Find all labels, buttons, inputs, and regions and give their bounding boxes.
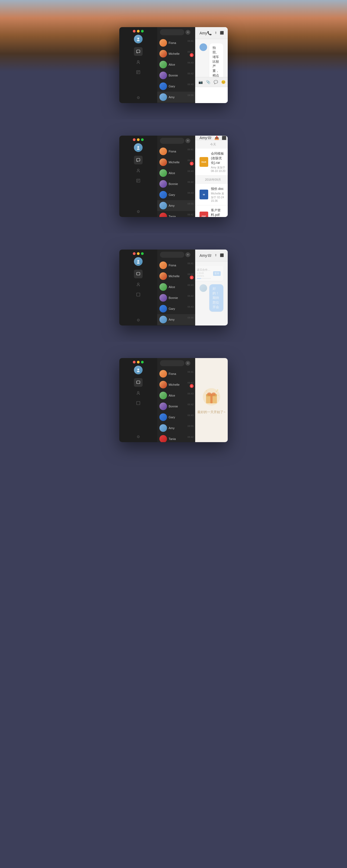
svg-point-39: [137, 392, 139, 393]
contact-item-michelle-4[interactable]: Michelle 06:42 1: [157, 379, 195, 390]
empty-text-4: 最好的一天开始了~: [197, 410, 225, 414]
contact-item-alice-2[interactable]: Alice 06:43: [157, 167, 195, 179]
contact-item-tania-1[interactable]: Tania 06:42: [157, 102, 195, 103]
compose-button-4[interactable]: +: [185, 361, 190, 366]
contact-time-michelle-2: 06:42: [187, 159, 194, 162]
chat-title-1: Amy: [199, 31, 207, 35]
contact-time-michelle-1: 06:42: [187, 51, 194, 53]
contact-item-tania-3[interactable]: Tania 06:42: [157, 325, 195, 326]
toolbar-attach-icon-1[interactable]: 📎: [206, 80, 210, 84]
contact-time-amy-2: 08:55: [187, 203, 194, 205]
traffic-lights-1: [130, 27, 147, 33]
call-icon-3[interactable]: ☎: [207, 253, 212, 258]
contact-item-tania-4[interactable]: Tania 06:42: [157, 433, 195, 442]
upload-icon-3[interactable]: ⬆: [215, 253, 217, 258]
contact-avatar-gary-1: [159, 83, 167, 90]
contact-item-alice-3[interactable]: Alice 06:43: [157, 282, 195, 292]
close-button-3[interactable]: [133, 252, 135, 255]
compose-button-1[interactable]: +: [185, 30, 190, 35]
contact-item-tania-2[interactable]: Tania 06:42: [157, 211, 195, 217]
maximize-button-2[interactable]: [141, 138, 144, 141]
toolbar-photo-icon-1[interactable]: 📷: [198, 80, 203, 84]
contact-item-gary-1[interactable]: Gary 06:43: [157, 81, 195, 92]
chat-input-1[interactable]: [195, 87, 228, 103]
search-bar-3[interactable]: [160, 252, 184, 258]
upload-icon-1[interactable]: ⬆: [215, 31, 217, 35]
settings-icon-3[interactable]: ⚙: [137, 318, 140, 326]
close-button-2[interactable]: [133, 138, 135, 141]
contacts-nav-icon-4[interactable]: [134, 389, 143, 397]
maximize-button-3[interactable]: [141, 252, 144, 255]
edit-nav-icon-1[interactable]: [134, 68, 143, 76]
contact-item-amy-3[interactable]: Amy 08:55: [157, 314, 195, 325]
toolbar-emoji-icon-1[interactable]: 😊: [221, 80, 226, 84]
minimize-button-4[interactable]: [137, 361, 139, 364]
svg-point-36: [137, 369, 139, 371]
maximize-button-1[interactable]: [141, 30, 144, 33]
file-list-item-rar-2[interactable]: RAR 会同模板(改版优化).rar Amy 发加于 08-10 10:20: [195, 149, 228, 176]
search-bar-2[interactable]: [160, 138, 184, 144]
contact-item-fiona-1[interactable]: Fiona 06:41: [157, 37, 195, 48]
user-avatar-2: [134, 143, 143, 152]
msg-bubble-received-1: 拍照、堵车比较严重，稍点到: [209, 43, 223, 77]
contacts-nav-icon-1[interactable]: [134, 58, 143, 66]
search-bar-1[interactable]: [160, 29, 184, 35]
contact-item-fiona-2[interactable]: Fiona 06:41: [157, 146, 195, 157]
contact-item-alice-1[interactable]: Alice 06:43: [157, 59, 195, 70]
settings-icon-4[interactable]: ⚙: [137, 435, 140, 442]
contacts-nav-icon-2[interactable]: [134, 166, 143, 175]
av-bonnie-3: [159, 294, 167, 302]
edit-nav-icon-3[interactable]: [134, 290, 143, 299]
contact-item-bonnie-4[interactable]: Bonnie 06:42: [157, 401, 195, 412]
window-icon-3[interactable]: ⬛: [220, 253, 224, 258]
contact-time-fiona-1: 06:41: [187, 40, 194, 42]
minimize-button-1[interactable]: [137, 30, 139, 33]
call-icon-2[interactable]: ☎: [207, 135, 212, 140]
upload-icon-2[interactable]: 📤: [215, 135, 219, 140]
contact-item-fiona-3[interactable]: Fiona 06:41: [157, 260, 195, 271]
traffic-lights-3: [130, 250, 147, 255]
contact-item-bonnie-3[interactable]: Bonnie 06:42: [157, 292, 195, 303]
file-list-item-doc-2[interactable]: W 报价.doc Michelle 发加于 02-24 15:36: [195, 184, 228, 205]
contact-item-gary-4[interactable]: Gary 06:43: [157, 412, 195, 423]
chat-nav-icon-3[interactable]: [134, 270, 143, 278]
contact-item-michelle-1[interactable]: Michelle 06:42 1: [157, 48, 195, 59]
close-button-4[interactable]: [133, 361, 135, 364]
file-list-item-pdf-2[interactable]: PDF 客户资料.pdf Amy 发加于 02-28 16:45: [195, 205, 228, 217]
contact-item-gary-2[interactable]: Gary 06:43: [157, 189, 195, 200]
compose-button-3[interactable]: +: [185, 252, 190, 257]
contact-item-alice-4[interactable]: Alice 06:43: [157, 390, 195, 401]
screen-icon-1[interactable]: ⬛: [220, 31, 224, 35]
minimize-button-2[interactable]: [137, 138, 139, 141]
chat-nav-icon-2[interactable]: [134, 156, 143, 164]
toolbar-chat-icon-1[interactable]: 💬: [214, 80, 218, 84]
traffic-lights-4: [130, 358, 147, 364]
compose-button-2[interactable]: +: [185, 138, 190, 143]
minimize-button-3[interactable]: [137, 252, 139, 255]
contact-item-michelle-2[interactable]: Michelle 06:42 1: [157, 157, 195, 167]
close-button-1[interactable]: [133, 30, 135, 33]
contact-item-gary-3[interactable]: Gary 06:43: [157, 303, 195, 314]
contacts-nav-icon-3[interactable]: [134, 280, 143, 289]
maximize-button-4[interactable]: [141, 361, 144, 364]
svg-point-40: [137, 394, 139, 395]
file-card-3: W 诺贝合作意向书案.doc 2.8MB 192k/s 暂存: [195, 266, 223, 281]
contact-item-amy-2[interactable]: Amy 08:55: [157, 200, 195, 211]
contact-item-amy-4[interactable]: Amy 08:55: [157, 423, 195, 433]
search-bar-4[interactable]: [160, 360, 184, 366]
edit-nav-icon-4[interactable]: [134, 399, 143, 407]
settings-icon-2[interactable]: ⚙: [137, 209, 140, 217]
edit-nav-icon-2[interactable]: [134, 176, 143, 185]
chat-nav-icon-4[interactable]: [134, 378, 143, 387]
window-icon-2[interactable]: ⬛: [222, 135, 226, 140]
fa-3[interactable]: 暂存: [213, 271, 221, 276]
contact-item-bonnie-1[interactable]: Bonnie 06:42: [157, 70, 195, 81]
contact-avatar-alice-1: [159, 61, 167, 68]
settings-icon-1[interactable]: ⚙: [137, 95, 140, 103]
contact-item-bonnie-2[interactable]: Bonnie 06:42: [157, 179, 195, 189]
contact-item-michelle-3[interactable]: Michelle 06:42 1: [157, 271, 195, 282]
contact-item-amy-1[interactable]: Amy 08:55: [157, 92, 195, 102]
chat-nav-icon-1[interactable]: [134, 47, 143, 56]
call-icon-1[interactable]: 📞: [207, 31, 212, 35]
contact-item-fiona-4[interactable]: Fiona 06:41: [157, 368, 195, 379]
